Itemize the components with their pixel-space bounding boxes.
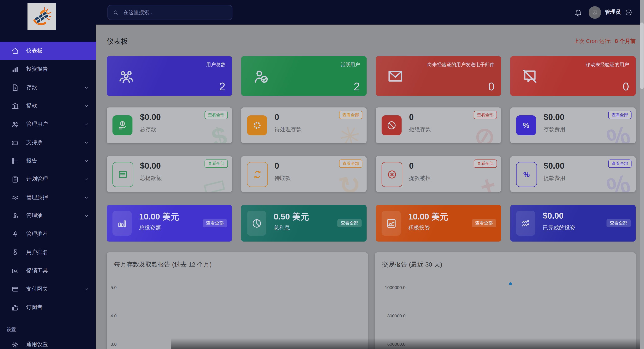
card-total-deposited[interactable]: $ $0.00 总存款 查看全部 $ [107,108,232,143]
sidebar-item-plan-management[interactable]: 计划管理 [0,170,96,188]
card-total-users[interactable]: 用户总数 2 [107,56,232,96]
view-all-badge[interactable]: 查看全部 [608,160,632,168]
page-header: 仪表板 上次 Cron 运行:8 个月前 [107,37,636,46]
view-all-badge[interactable]: 查看全部 [472,219,496,228]
sidebar-item-promotion-tools[interactable]: Ad 促销工具 [0,262,96,280]
cron-label: 上次 Cron 运行: [574,38,612,44]
card-withdrawal-charge[interactable]: % $0.00 提款费用 查看全部 % [510,156,636,192]
file-dollar-icon: $ [11,84,19,92]
message-slash-icon [521,67,538,85]
sidebar-nav: 仪表板 投资报告 $ 存款 提款 管理用户 [0,42,96,316]
stat-value: 0.50 美元 [274,211,309,222]
stat-label: 总利息 [274,224,290,232]
chevron-down-icon [84,158,89,164]
chevron-down-icon [84,140,89,145]
ban-icon [382,115,402,135]
chevron-down-icon [84,176,89,182]
bar-chart-icon [112,211,132,236]
sidebar-item-withdrawals[interactable]: 提款 [0,96,96,115]
card-total-withdrawn[interactable]: $0.00 总提款额 查看全部 ▭ [107,156,232,192]
view-all-badge[interactable]: 查看全部 [338,219,362,228]
stat-value: 0 [623,80,629,93]
stat-value: 0 [274,112,279,122]
stat-row-2: $ $0.00 总存款 查看全部 $ 0 待处理存款 查看全部 ✳ 0 拒绝存款… [107,108,636,143]
card-mobile-unverified[interactable]: 移动未经验证的用户 0 [510,56,636,96]
card-total-invested[interactable]: 10.00 美元 总投资额 查看全部 [107,205,232,242]
sidebar-item-label: 报告 [26,157,84,164]
chart-title: 交易报告 (最近 30 天) [382,261,628,268]
view-all-badge[interactable]: 查看全部 [474,160,497,168]
card-rejected-deposits[interactable]: 0 拒绝存款 查看全部 ⊘ [376,108,501,143]
view-all-badge[interactable]: 查看全部 [339,160,362,168]
search-input[interactable] [122,9,227,16]
scrollbar-thumb[interactable] [640,22,644,89]
card-pending-deposits[interactable]: 0 待处理存款 查看全部 ✳ [241,108,366,143]
card-active-investments[interactable]: 10.00 美元 积极投资 查看全部 [376,205,501,242]
chevron-down-icon [84,85,89,90]
card-email-unverified[interactable]: 向未经验证的用户发送电子邮件 0 [376,56,501,96]
page-scrollbar[interactable] [640,0,644,349]
view-all-badge[interactable]: 查看全部 [608,111,632,119]
view-all-badge[interactable]: 查看全部 [339,111,362,119]
stat-label: 积极投资 [408,224,430,232]
sidebar-item-reports[interactable]: 报告 [0,152,96,170]
sidebar-item-deposits[interactable]: $ 存款 [0,78,96,96]
card-total-interest[interactable]: 0.50 美元 总利息 查看全部 [241,205,366,242]
sidebar-item-subscribers[interactable]: 订阅者 [0,298,96,316]
ticket-icon [11,138,19,146]
stat-label: 总提款额 [140,174,162,182]
view-all-badge[interactable]: 查看全部 [203,219,227,228]
brand-logo[interactable] [28,3,56,30]
sidebar-item-label: 计划管理 [26,175,84,183]
watermark-glyph: ↻ [336,168,364,192]
card-deposit-charge[interactable]: % $0.00 存款费用 查看全部 % [510,108,636,143]
sidebar-item-investment-report[interactable]: 投资报告 [0,60,96,78]
stat-row-1: 用户总数 2 活跃用户 2 向未经验证的用户发送电子邮件 0 移动未经验证的用户… [107,56,636,96]
sidebar-item-label: 管理用户 [26,120,84,128]
watermark-glyph: ▭ [198,168,230,192]
sidebar-item-label: 管理池 [26,212,84,220]
pool-icon [11,212,19,220]
card-pending-withdrawals[interactable]: 0 待取款 查看全部 ↻ [241,156,366,192]
sidebar-item-support-tickets[interactable]: 支持票 [0,133,96,152]
sidebar-item-label: 仪表板 [26,47,89,54]
card-active-users[interactable]: 活跃用户 2 [241,56,366,96]
chevron-circle-icon [625,8,632,16]
sidebar-item-label: 提款 [26,102,84,110]
sidebar-item-manage-pools[interactable]: 管理池 [0,206,96,225]
trending-waves-icon [516,211,535,236]
stat-label: 拒绝存款 [409,126,431,133]
view-all-badge[interactable]: 查看全部 [204,160,228,168]
spinner-dots-icon [247,115,267,135]
sidebar-item-general-settings[interactable]: 通用设置 [0,335,96,349]
sidebar-item-payment-gateways[interactable]: 支付网关 [0,280,96,298]
watermark-glyph: ⊘ [470,119,498,143]
sidebar-item-dashboard[interactable]: 仪表板 [0,42,96,60]
username: 管理员 [605,9,621,16]
y-axis-tick: 1000000.0 [385,285,406,290]
card-rejected-withdrawals[interactable]: 0 提款被拒 查看全部 + [376,156,501,192]
view-all-badge[interactable]: 查看全部 [606,219,631,228]
view-all-badge[interactable]: 查看全部 [204,111,228,119]
stat-label: 待取款 [274,174,291,182]
bell-icon[interactable] [574,8,582,16]
sidebar-item-label: 管理质押 [26,194,84,201]
view-all-badge[interactable]: 查看全部 [474,111,497,119]
waves-icon [11,194,19,201]
chevron-down-icon [84,213,89,218]
user-menu[interactable]: 管理员 [588,6,632,18]
topbar-right: 管理员 [574,6,632,18]
solar-logo-icon [31,6,52,28]
stat-label: 存款费用 [544,126,565,133]
thumb-up-icon [11,304,19,311]
stat-label: 移动未经验证的用户 [586,62,629,68]
stat-value: $0.00 [543,211,564,221]
sidebar-item-manage-staking[interactable]: 管理质押 [0,188,96,206]
sidebar-item-label: 订阅者 [26,304,89,311]
stat-value: $0.00 [140,161,161,171]
card-completed-investments[interactable]: $0.00 已完成的投资 查看全部 [510,205,636,242]
sidebar-item-manage-users[interactable]: 管理用户 [0,115,96,133]
sidebar-item-manage-referrals[interactable]: 管理推荐 [0,225,96,243]
stat-label: 总存款 [140,126,156,133]
sidebar-item-user-ranking[interactable]: 用户排名 [0,243,96,262]
